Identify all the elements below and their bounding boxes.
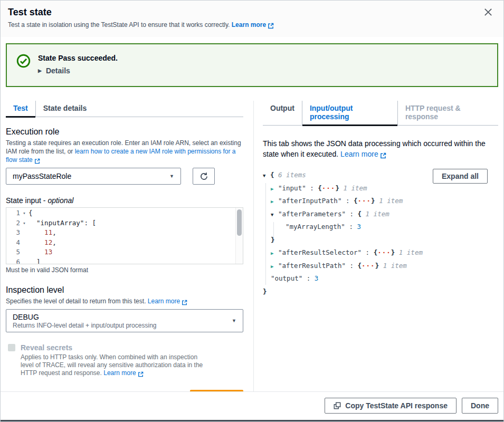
editor-line: 3 11, [6, 228, 235, 238]
json-tree-rows: ▼{ 6 items▶"input" : {···} 1 item▶"after… [263, 169, 498, 298]
json-key: "myArrayLength" [286, 223, 345, 231]
refresh-roles-button[interactable] [193, 168, 215, 185]
reveal-secrets-row: Reveal secrets [6, 343, 243, 352]
json-tree-row: "output" : 3 [263, 272, 498, 285]
processing-tab-description: This tab shows the JSON data processing … [263, 138, 498, 160]
json-key: "afterResultPath" [278, 262, 346, 270]
header-learn-more-link[interactable]: Learn more [232, 21, 274, 28]
json-tree-row: } [263, 285, 498, 299]
item-count: 1 item [375, 197, 403, 205]
fold-gap [20, 247, 28, 257]
scrollbar-thumb[interactable] [237, 209, 242, 236]
open-brace: { [354, 197, 358, 205]
execution-role-label: Execution role [6, 127, 243, 137]
done-button[interactable]: Done [462, 398, 498, 414]
details-expander[interactable]: ▶ Details [38, 66, 118, 75]
chevron-down-icon: ▼ [169, 174, 174, 179]
fold-gap [20, 257, 28, 264]
expand-icon[interactable]: ▶ [271, 260, 278, 273]
execution-role-value: myPassStateRole [13, 172, 169, 180]
json-tree-row: ▶"afterInputPath" : {···} 1 item [263, 195, 498, 208]
fold-icon[interactable]: ▾ [20, 218, 28, 228]
close-button[interactable] [483, 6, 496, 18]
window-bottom-edge [1, 420, 503, 421]
collapsed-dots[interactable]: ··· [322, 184, 336, 192]
json-value: 3 [315, 274, 319, 282]
external-link-icon [182, 298, 187, 306]
external-link-icon [268, 22, 274, 30]
execution-role-description: Testing a state requires an execution ro… [6, 139, 243, 165]
collapse-icon[interactable]: ▼ [263, 169, 270, 183]
reveal-secrets-learn-more-link[interactable]: Learn more [103, 369, 143, 377]
json-key: "output" [271, 274, 302, 282]
collapse-icon[interactable]: ▼ [271, 208, 278, 222]
json-tree-row: } [263, 234, 498, 247]
close-brace: } [335, 184, 339, 192]
refresh-icon [199, 172, 208, 181]
item-count: 1 item [379, 262, 407, 270]
editor-lines: 1▾{2▾ "inputArray": [3 11,4 12,5 136 ] [6, 208, 235, 264]
editor-line: 4 12, [6, 238, 235, 248]
code-text: ] [28, 257, 41, 264]
close-icon [483, 7, 496, 17]
code-text: 12, [28, 238, 56, 248]
success-check-icon [16, 54, 31, 68]
line-number: 3 [6, 228, 20, 238]
inspection-learn-more-link[interactable]: Learn more [148, 298, 187, 305]
inspection-level-label: Inspection level [6, 285, 243, 295]
json-value: 3 [357, 223, 361, 231]
reveal-secrets-checkbox [8, 344, 15, 351]
json-tree-row: ▶"afterResultSelector" : {···} 1 item [263, 246, 498, 260]
inspection-level-value: DEBUG [13, 313, 232, 321]
external-link-icon [34, 157, 40, 165]
collapsed-dots[interactable]: ··· [377, 248, 391, 256]
item-count: 1 item [339, 184, 367, 192]
expand-details-icon: ▶ [38, 68, 42, 73]
close-brace: } [271, 236, 275, 244]
editor-line: 1▾{ [6, 208, 235, 218]
dialog-header: Test state Test a state in isolation usi… [1, 1, 503, 37]
processing-learn-more-link[interactable]: Learn more [340, 150, 386, 158]
results-panel: Output Input/output processing HTTP requ… [254, 101, 503, 391]
code-text: 11, [28, 228, 56, 238]
test-state-dialog: Test state Test a state in isolation usi… [0, 0, 504, 422]
success-banner: State Pass succeeded. ▶ Details [6, 43, 498, 87]
editor-line: 6 ] [6, 257, 235, 264]
collapsed-dots[interactable]: ··· [362, 262, 375, 270]
expand-icon[interactable]: ▶ [271, 183, 278, 196]
tab-input-output-processing[interactable]: Input/output processing [302, 101, 397, 125]
item-count: 1 item [395, 248, 423, 256]
json-colon: : [345, 223, 357, 231]
right-tabs: Output Input/output processing HTTP requ… [263, 101, 498, 126]
copy-api-response-button[interactable]: Copy TestState API response [325, 398, 457, 414]
json-colon: : [346, 210, 358, 218]
tab-output[interactable]: Output [263, 101, 302, 125]
reveal-secrets-description: Applies to HTTP tasks only. When combine… [21, 353, 205, 378]
dialog-footer: Copy TestState API response Done [1, 391, 503, 420]
collapsed-dots[interactable]: ··· [358, 197, 372, 205]
line-number: 1 [6, 208, 20, 218]
inspection-level-select[interactable]: DEBUG Returns INFO-level detail + input/… [6, 309, 243, 332]
line-number: 4 [6, 238, 20, 248]
expand-icon[interactable]: ▶ [271, 247, 278, 260]
expand-icon[interactable]: ▶ [271, 195, 278, 208]
tab-test[interactable]: Test [6, 101, 35, 117]
json-key: "afterParameters" [278, 210, 346, 218]
tab-http-request-response: HTTP request & response [397, 101, 498, 125]
open-brace: { [318, 184, 322, 192]
json-tree: Expand all ▼{ 6 items▶"input" : {···} 1 … [263, 169, 498, 298]
json-key: "input" [278, 184, 306, 192]
reveal-secrets-label: Reveal secrets [21, 343, 72, 352]
line-number: 2 [6, 218, 20, 228]
tab-state-details[interactable]: State details [35, 101, 94, 117]
state-input-editor[interactable]: 1▾{2▾ "inputArray": [3 11,4 12,5 136 ] [6, 207, 243, 264]
execution-role-select[interactable]: myPassStateRole ▼ [6, 168, 181, 185]
open-brace: { [358, 262, 362, 270]
open-brace: { [358, 210, 362, 218]
code-text: { [28, 208, 33, 218]
json-tree-row: ▼{ 6 items [263, 169, 498, 182]
editor-line: 5 13 [6, 247, 235, 257]
fold-icon[interactable]: ▾ [20, 208, 28, 218]
editor-scrollbar[interactable] [235, 208, 243, 264]
editor-line: 2▾ "inputArray": [ [6, 218, 235, 228]
